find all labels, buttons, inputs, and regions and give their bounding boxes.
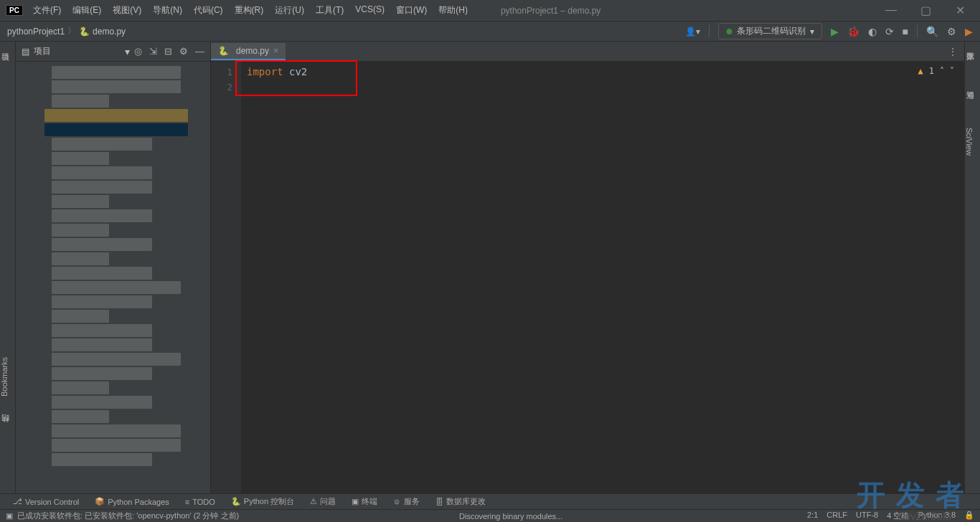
expand-icon[interactable]: ⇲ [149,46,157,57]
tree-item[interactable] [52,338,152,351]
user-icon[interactable]: 👤▾ [685,27,700,37]
locate-icon[interactable]: ◎ [134,46,142,57]
status-icon[interactable]: ▣ [6,511,13,521]
project-pane-title[interactable]: 项目 [34,45,121,57]
tree-item[interactable] [52,66,181,79]
editor-inspection-widget[interactable]: ▲ 1 ˄ ˅ [918,66,954,76]
code-area[interactable]: import cv2 ▲ 1 ˄ ˅ [241,62,964,493]
tree-item[interactable] [52,353,181,366]
tree-item[interactable] [52,324,152,337]
indent-config[interactable]: 4 空格 [887,511,909,521]
menu-refactor[interactable]: 重构(R) [230,3,268,18]
run-button[interactable]: ▶ [831,26,839,37]
navigation-bar: pythonProject1 〉 🐍 demo.py 👤▾ 条形码二维码识别 ▾… [0,22,980,42]
services-tab[interactable]: ⛭服务 [386,495,427,508]
project-view-icon: ▤ [22,47,29,57]
tree-item[interactable] [52,252,109,265]
tree-item[interactable] [52,238,152,251]
tree-item-selected[interactable] [44,123,188,136]
problems-tab[interactable]: ⚠问题 [303,495,343,508]
tree-item[interactable] [52,295,152,308]
tree-item[interactable] [52,381,109,394]
next-highlight-icon[interactable]: ˅ [950,66,954,76]
interpreter[interactable]: Python 3.8 [918,511,956,521]
tree-item[interactable] [52,424,181,437]
tree-item[interactable] [52,181,152,194]
status-progress: Discovering binary modules... [459,512,562,521]
tree-item[interactable] [52,410,109,423]
editor-tab[interactable]: 🐍 demo.py × [211,43,286,60]
menu-navigate[interactable]: 导航(N) [149,3,187,18]
terminal-icon: ▣ [352,497,359,506]
menu-tools[interactable]: 工具(T) [311,3,348,18]
menu-edit[interactable]: 编辑(E) [68,3,105,18]
hide-icon[interactable]: — [195,46,204,57]
line-separator[interactable]: CRLF [826,511,847,521]
db-changes-tab[interactable]: 🗄数据库更改 [428,495,493,508]
tree-item[interactable] [52,80,181,93]
breadcrumb-project[interactable]: pythonProject1 [7,27,65,37]
settings-icon[interactable]: ⚙ [947,26,956,37]
warning-icon: ⚠ [310,497,317,506]
tree-item[interactable] [52,453,152,466]
menu-help[interactable]: 帮助(H) [434,3,472,18]
project-tree[interactable] [16,62,210,493]
close-tab-icon[interactable]: × [273,46,278,56]
db-icon: 🗄 [435,498,443,506]
bookmarks-tool-tab[interactable]: Bookmarks [0,357,9,397]
tree-item[interactable] [52,396,152,409]
menu-window[interactable]: 窗口(W) [392,3,431,18]
python-packages-tab[interactable]: 📦Python Packages [88,495,176,508]
tree-item[interactable] [52,224,109,237]
breadcrumb-separator: 〉 [67,25,76,37]
tree-item[interactable] [52,209,152,222]
caret-position[interactable]: 2:1 [807,511,818,521]
tree-item[interactable] [52,281,181,294]
tree-item[interactable] [52,152,109,165]
menu-code[interactable]: 代码(C) [189,3,227,18]
tab-more-icon[interactable]: ⋮ [948,47,964,57]
close-button[interactable]: ✕ [946,4,974,17]
menu-view[interactable]: 视图(V) [108,3,146,18]
tree-item[interactable] [52,195,109,208]
window-controls: — ▢ ✕ [877,4,974,17]
chevron-down-icon[interactable]: ▾ [125,46,130,57]
python-icon: 🐍 [231,497,241,506]
tree-item[interactable] [52,439,181,452]
tree-item[interactable] [52,138,152,151]
warning-icon: ▲ [918,66,923,76]
tree-item[interactable] [52,95,109,108]
menu-run[interactable]: 运行(U) [270,3,308,18]
divider [917,25,918,38]
profile-button[interactable]: ⟳ [885,26,894,37]
tree-item-highlight[interactable] [44,109,188,122]
codewithme-icon[interactable]: ▶ [965,26,973,37]
python-console-tab[interactable]: 🐍Python 控制台 [224,495,301,508]
version-control-tab[interactable]: ⎇Version Control [6,495,86,508]
stop-button[interactable]: ■ [903,26,908,37]
debug-button[interactable]: 🐞 [847,26,859,37]
menu-vcs[interactable]: VCS(S) [351,3,389,18]
todo-tab[interactable]: ≡TODO [178,496,222,508]
search-icon[interactable]: 🔍 [926,26,938,37]
prev-highlight-icon[interactable]: ˄ [940,66,944,76]
tree-item[interactable] [52,310,109,323]
lock-icon[interactable]: 🔒 [964,511,974,521]
tree-item[interactable] [52,367,152,380]
menu-file[interactable]: 文件(F) [29,3,65,18]
tree-item[interactable] [52,166,152,179]
coverage-button[interactable]: ◐ [868,26,877,37]
left-tool-strip: 项目 Bookmarks 结构 [0,42,16,493]
terminal-tab[interactable]: ▣终端 [344,495,385,508]
file-encoding[interactable]: UTF-8 [856,511,878,521]
maximize-button[interactable]: ▢ [911,4,940,17]
tree-item[interactable] [52,267,152,280]
collapse-icon[interactable]: ⊟ [164,46,172,57]
minimize-button[interactable]: — [877,4,905,17]
run-config-selector[interactable]: 条形码二维码识别 ▾ [718,23,822,39]
breadcrumb-file[interactable]: demo.py [93,27,126,37]
sciview-tool-tab[interactable]: SciView [965,128,974,156]
run-config-label: 条形码二维码识别 [737,25,806,37]
gear-icon[interactable]: ⚙ [179,46,188,57]
editor-body[interactable]: 1 2 import cv2 ▲ 1 ˄ ˅ [211,62,964,493]
